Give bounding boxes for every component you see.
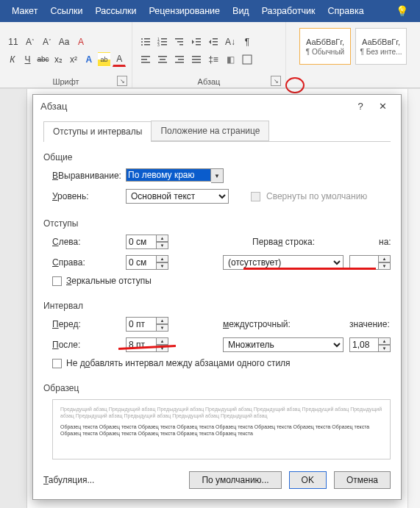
menu-item[interactable]: Разработчик bbox=[257, 6, 320, 16]
indent-right-icon[interactable] bbox=[206, 35, 221, 49]
align-right-icon[interactable] bbox=[172, 52, 187, 67]
indent-right-input[interactable] bbox=[126, 255, 157, 270]
strike-icon[interactable]: abc bbox=[36, 52, 49, 67]
svg-rect-11 bbox=[161, 44, 167, 46]
borders-icon[interactable] bbox=[240, 52, 255, 67]
svg-rect-1 bbox=[144, 38, 150, 40]
spinner[interactable]: ▲▼ bbox=[379, 337, 391, 352]
align-center-icon[interactable] bbox=[155, 52, 170, 67]
tell-me-icon[interactable]: 💡 bbox=[391, 5, 413, 17]
collapse-label: Свернуты по умолчанию bbox=[266, 191, 367, 201]
space-before-input[interactable] bbox=[126, 317, 157, 332]
svg-rect-14 bbox=[179, 44, 183, 46]
italic-icon[interactable]: К bbox=[6, 52, 19, 67]
numbering-icon[interactable]: 123 bbox=[155, 35, 170, 49]
svg-rect-7 bbox=[161, 38, 167, 40]
spinner[interactable]: ▲▼ bbox=[157, 317, 168, 332]
grow-font-icon[interactable]: A˄ bbox=[23, 35, 38, 49]
svg-rect-25 bbox=[160, 59, 165, 60]
line-spacing-value[interactable] bbox=[349, 337, 379, 352]
svg-rect-16 bbox=[196, 41, 201, 43]
svg-rect-33 bbox=[243, 55, 252, 64]
spinner[interactable]: ▲▼ bbox=[157, 235, 168, 249]
svg-rect-3 bbox=[144, 41, 150, 43]
ribbon-group-label: Абзац ↘ bbox=[138, 76, 280, 86]
font-color-icon[interactable]: A bbox=[113, 52, 126, 67]
clear-format-icon[interactable]: A bbox=[74, 35, 88, 49]
svg-rect-9 bbox=[161, 41, 167, 43]
svg-rect-30 bbox=[192, 56, 201, 57]
align-justify-icon[interactable] bbox=[189, 52, 204, 67]
default-button[interactable]: По умолчанию... bbox=[189, 471, 281, 489]
menu-item[interactable]: Рассылки bbox=[90, 6, 140, 16]
space-after-input[interactable] bbox=[126, 337, 157, 352]
svg-rect-27 bbox=[175, 56, 184, 57]
svg-rect-15 bbox=[196, 38, 201, 40]
mirror-checkbox[interactable] bbox=[52, 276, 62, 286]
help-button[interactable]: ? bbox=[349, 101, 371, 112]
svg-rect-20 bbox=[213, 44, 218, 46]
svg-rect-31 bbox=[192, 59, 201, 60]
no-space-same-checkbox[interactable] bbox=[52, 359, 62, 368]
highlight-icon[interactable]: ab bbox=[98, 52, 111, 67]
shading-icon[interactable]: ◧ bbox=[223, 52, 238, 67]
indent-left-icon[interactable] bbox=[189, 35, 204, 49]
paragraph-launcher-icon[interactable]: ↘ bbox=[271, 76, 281, 86]
menu-item[interactable]: Макет bbox=[7, 6, 42, 16]
svg-rect-13 bbox=[177, 41, 183, 43]
align-left-icon[interactable] bbox=[138, 52, 153, 67]
cancel-button[interactable]: Отмена bbox=[334, 471, 391, 489]
line-spacing-icon[interactable]: ‡≡ bbox=[206, 52, 221, 67]
section-general: Общие bbox=[43, 152, 75, 162]
menu-item[interactable]: Рецензирование bbox=[145, 6, 225, 16]
section-indent: Отступы bbox=[43, 218, 81, 229]
shrink-font-icon[interactable]: A˅ bbox=[40, 35, 54, 49]
multilevel-icon[interactable] bbox=[172, 35, 187, 49]
menu-item[interactable]: Вид bbox=[228, 6, 254, 16]
svg-rect-28 bbox=[178, 59, 184, 60]
svg-point-0 bbox=[141, 38, 143, 40]
svg-rect-19 bbox=[213, 41, 218, 43]
text-effects-icon[interactable]: A bbox=[82, 52, 96, 67]
alignment-select[interactable]: По левому краю bbox=[126, 168, 211, 182]
svg-point-4 bbox=[141, 44, 143, 46]
svg-point-2 bbox=[141, 41, 143, 43]
close-button[interactable]: ✕ bbox=[371, 101, 394, 112]
bullets-icon[interactable] bbox=[138, 35, 153, 49]
show-marks-icon[interactable]: ¶ bbox=[240, 35, 255, 49]
line-spacing-select[interactable]: Множитель bbox=[223, 337, 344, 352]
section-spacing: Интервал bbox=[43, 301, 86, 311]
style-no-spacing[interactable]: АаБбВвГг, ¶ Без инте... bbox=[355, 28, 407, 65]
section-preview: Образец bbox=[43, 383, 82, 393]
superscript-icon[interactable]: x² bbox=[67, 52, 80, 67]
svg-rect-22 bbox=[141, 59, 147, 60]
level-select[interactable]: Основной текст bbox=[126, 189, 229, 204]
collapse-checkbox bbox=[251, 192, 260, 201]
svg-rect-23 bbox=[141, 62, 150, 63]
tabs-button[interactable]: Табуляция... bbox=[43, 475, 94, 485]
svg-rect-17 bbox=[196, 44, 201, 46]
underline-icon[interactable]: Ч bbox=[21, 52, 35, 67]
menu-item[interactable]: Справка bbox=[324, 6, 369, 16]
tab-position[interactable]: Положение на странице bbox=[151, 121, 269, 141]
svg-rect-29 bbox=[175, 62, 184, 63]
spinner[interactable]: ▲▼ bbox=[379, 255, 391, 270]
ok-button[interactable]: OK bbox=[289, 471, 327, 489]
dialog-title: Абзац bbox=[40, 101, 67, 112]
font-size[interactable]: 11 bbox=[6, 35, 21, 49]
svg-rect-32 bbox=[192, 62, 201, 63]
annotation-circle bbox=[285, 77, 305, 93]
tab-indents[interactable]: Отступы и интервалы bbox=[43, 121, 152, 142]
font-launcher-icon[interactable]: ↘ bbox=[117, 76, 127, 86]
chevron-down-icon[interactable]: ▼ bbox=[211, 168, 224, 183]
style-normal[interactable]: АаБбВвГг, ¶ Обычный bbox=[299, 28, 351, 65]
preview-box: Предыдущий абзац Предыдущий абзац Предыд… bbox=[52, 399, 391, 459]
indent-left-input[interactable] bbox=[126, 235, 157, 249]
menu-item[interactable]: Ссылки bbox=[46, 6, 87, 16]
subscript-icon[interactable]: x₂ bbox=[52, 52, 65, 67]
change-case-icon[interactable]: Aa bbox=[57, 35, 71, 49]
svg-rect-18 bbox=[213, 38, 218, 40]
spinner[interactable]: ▲▼ bbox=[157, 255, 168, 270]
sort-icon[interactable]: A↓ bbox=[223, 35, 238, 49]
annotation-underline bbox=[243, 268, 376, 270]
